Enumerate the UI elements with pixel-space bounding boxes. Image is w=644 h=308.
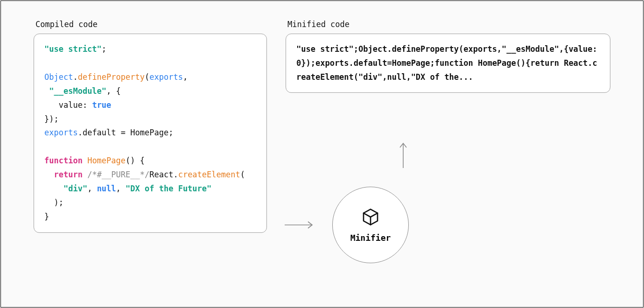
minified-code-label: Minified code — [287, 20, 610, 29]
code-token: "use strict" — [44, 44, 102, 54]
code-token: ); — [54, 198, 63, 207]
box-icon — [361, 208, 380, 228]
compiled-code-label: Compiled code — [35, 20, 267, 29]
arrow-up-icon — [398, 141, 409, 169]
code-token: }); — [44, 114, 59, 124]
code-token: . — [173, 170, 178, 179]
code-token: true — [92, 100, 111, 110]
code-token: ; — [102, 44, 106, 54]
code-token: default — [83, 128, 116, 137]
code-token: : — [83, 100, 92, 110]
code-token: ( — [145, 72, 149, 82]
code-token: , { — [106, 86, 121, 96]
code-token: , — [116, 184, 126, 193]
code-token: . — [78, 128, 83, 137]
code-token: HomePage — [87, 156, 126, 165]
code-token: "__esModule" — [49, 86, 106, 96]
code-token: Object — [44, 72, 73, 82]
flow-row: Minifier — [284, 187, 409, 263]
code-token: function — [44, 156, 83, 165]
code-token: HomePage — [130, 128, 168, 137]
code-token: "div" — [63, 184, 87, 193]
code-token: exports — [149, 72, 183, 82]
code-token: , — [87, 184, 97, 193]
compiled-code-column: Compiled code "use strict"; Object.defin… — [34, 20, 267, 290]
minified-code-box: "use strict";Object.defineProperty(expor… — [286, 34, 610, 93]
code-token: ; — [168, 128, 173, 137]
minifier-node: Minifier — [332, 187, 409, 263]
code-token: value — [59, 100, 83, 110]
code-token — [83, 156, 87, 165]
diagram-frame: Compiled code "use strict"; Object.defin… — [0, 0, 644, 308]
code-token: /*#__PURE__*/ — [87, 170, 149, 179]
code-token: return — [54, 170, 82, 179]
code-token: defineProperty — [78, 72, 145, 82]
compiled-code-box: "use strict"; Object.defineProperty(expo… — [34, 34, 267, 233]
code-token: "DX of the Future" — [126, 184, 211, 193]
code-token: null — [97, 184, 116, 193]
code-token: . — [73, 72, 77, 82]
code-token: createElement — [178, 170, 240, 179]
code-token — [83, 170, 87, 179]
code-token: } — [44, 212, 49, 221]
code-token: exports — [44, 128, 78, 137]
arrow-right-icon — [284, 219, 315, 231]
code-token: React — [149, 170, 173, 179]
minifier-label: Minifier — [350, 233, 391, 243]
code-token: () { — [126, 156, 145, 165]
code-token: , — [183, 72, 188, 82]
code-token: = — [116, 128, 131, 137]
code-token: ( — [240, 170, 245, 179]
